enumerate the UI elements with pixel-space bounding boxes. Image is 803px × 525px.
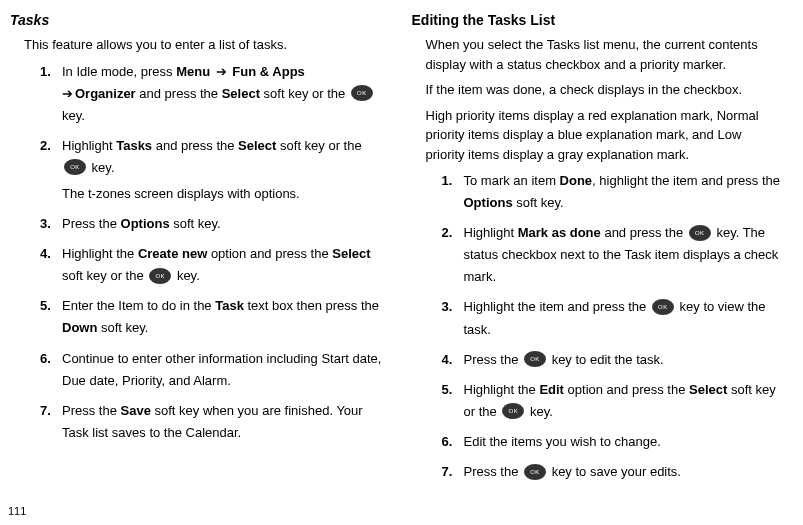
section-title-editing: Editing the Tasks List [412,10,784,31]
list-item: 2. Highlight Tasks and press the Select … [40,135,382,205]
step-text: option and press the [564,382,689,397]
bold: Create new [138,246,207,261]
step-text: Highlight the [464,382,540,397]
step-number: 3. [40,213,51,235]
step-text: Press the [464,352,523,367]
bold: Options [464,195,513,210]
bold: Options [121,216,170,231]
bold: Fun & Apps [232,64,304,79]
list-item: 5. Highlight the Edit option and press t… [442,379,784,423]
step-text: and press the [601,225,687,240]
step-text: key. [526,404,553,419]
step-number: 4. [442,349,453,371]
step-text: To mark an item [464,173,560,188]
list-item: 1. In Idle mode, press Menu ➔ Fun & Apps… [40,61,382,127]
step-number: 2. [40,135,51,157]
step-text: Highlight [62,138,116,153]
arrow-icon: ➔ [62,86,73,101]
step-text: Press the [62,403,121,418]
arrow-icon: ➔ [212,64,230,79]
bold: Edit [539,382,564,397]
list-item: 6. Edit the items you wish to change. [442,431,784,453]
sub-text: The t-zones screen displays with options… [62,183,382,205]
bold: Task [215,298,244,313]
step-text: Highlight the [62,246,138,261]
ok-key-icon: OK [149,268,171,284]
step-text: Highlight the item and press the [464,299,650,314]
paragraph: When you select the Tasks list menu, the… [426,35,784,74]
bold: Down [62,320,97,335]
list-item: 2. Highlight Mark as done and press the … [442,222,784,288]
step-text: soft key. [513,195,564,210]
step-text: Enter the Item to do in the [62,298,215,313]
step-text: Highlight [464,225,518,240]
step-text: In Idle mode, press [62,64,176,79]
bold: Save [121,403,151,418]
step-text: soft key. [170,216,221,231]
ok-key-icon: OK [64,159,86,175]
list-item: 5. Enter the Item to do in the Task text… [40,295,382,339]
list-item: 1. To mark an item Done, highlight the i… [442,170,784,214]
section-title-tasks: Tasks [10,10,382,31]
step-text: soft key or the [260,86,349,101]
step-text: and press the [136,86,222,101]
bold: Done [560,173,593,188]
step-number: 1. [442,170,453,192]
ok-key-icon: OK [689,225,711,241]
step-text: Press the [62,216,121,231]
ok-key-icon: OK [351,85,373,101]
bold: Select [222,86,260,101]
step-number: 5. [442,379,453,401]
step-text: key to edit the task. [548,352,664,367]
left-column: Tasks This feature allows you to enter a… [10,10,382,491]
list-item: 7. Press the OK key to save your edits. [442,461,784,483]
step-text: soft key or the [276,138,361,153]
step-number: 7. [442,461,453,483]
step-text: Edit the items you wish to change. [464,434,661,449]
bold: Menu [176,64,210,79]
bold: Select [238,138,276,153]
ok-key-icon: OK [524,351,546,367]
step-text: Press the [464,464,523,479]
ok-key-icon: OK [524,464,546,480]
step-text: option and press the [207,246,332,261]
step-text: soft key or the [62,268,147,283]
step-number: 3. [442,296,453,318]
step-text: text box then press the [244,298,379,313]
left-steps-list: 1. In Idle mode, press Menu ➔ Fun & Apps… [40,61,382,444]
step-text: soft key. [97,320,148,335]
list-item: 4. Press the OK key to edit the task. [442,349,784,371]
ok-key-icon: OK [502,403,524,419]
step-number: 2. [442,222,453,244]
step-number: 6. [40,348,51,370]
list-item: 7. Press the Save soft key when you are … [40,400,382,444]
paragraph: If the item was done, a check displays i… [426,80,784,100]
right-steps-list: 1. To mark an item Done, highlight the i… [442,170,784,483]
list-item: 6. Continue to enter other information i… [40,348,382,392]
step-number: 5. [40,295,51,317]
step-number: 6. [442,431,453,453]
bold: Select [332,246,370,261]
step-text: key to save your edits. [548,464,681,479]
step-text: key. [88,160,115,175]
list-item: 3. Press the Options soft key. [40,213,382,235]
step-text: key. [62,108,85,123]
bold: Organizer [75,86,136,101]
intro-text: This feature allows you to enter a list … [24,35,382,55]
list-item: 3. Highlight the item and press the OK k… [442,296,784,340]
bold: Select [689,382,727,397]
bold: Mark as done [518,225,601,240]
step-text: , highlight the item and press the [592,173,780,188]
step-number: 7. [40,400,51,422]
step-text: key. [173,268,200,283]
page-number: 111 [8,503,26,520]
list-item: 4. Highlight the Create new option and p… [40,243,382,287]
step-number: 1. [40,61,51,83]
step-number: 4. [40,243,51,265]
bold: Tasks [116,138,152,153]
two-column-layout: Tasks This feature allows you to enter a… [10,10,783,491]
step-text: and press the [152,138,238,153]
step-text: Continue to enter other information incl… [62,351,381,388]
right-column: Editing the Tasks List When you select t… [412,10,784,491]
ok-key-icon: OK [652,299,674,315]
